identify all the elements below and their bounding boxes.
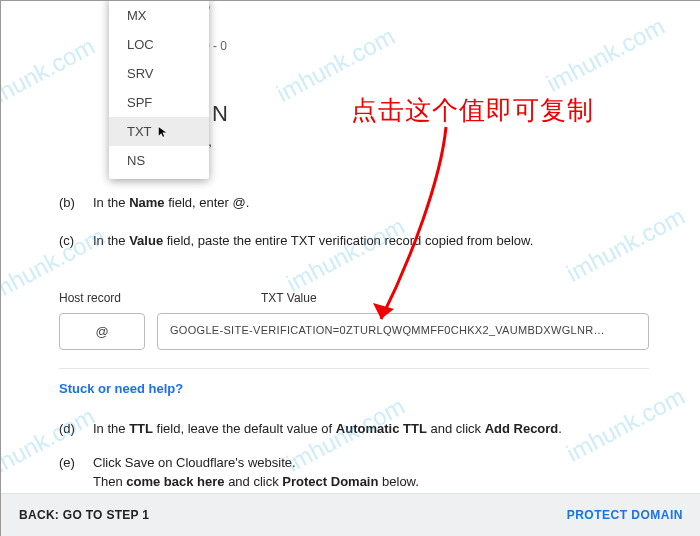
- watermark-text: imhunk.com: [0, 32, 99, 117]
- table-row: @ GOOGLE-SITE-VERIFICATION=0ZTURLQWQMMFF…: [59, 313, 649, 350]
- step-e-l2a: Then: [93, 474, 126, 489]
- step-b-label: (b): [59, 193, 93, 213]
- footer-bar: BACK: GO TO STEP 1 PROTECT DOMAIN: [1, 493, 700, 536]
- step-b-mid: field, enter @.: [165, 195, 250, 210]
- page-root: imhunk.com imhunk.com imhunk.com imhunk.…: [0, 0, 700, 536]
- watermark-text: imhunk.com: [542, 12, 669, 97]
- step-d-m1: field, leave the default value of: [153, 421, 336, 436]
- protect-domain-button[interactable]: PROTECT DOMAIN: [567, 508, 683, 522]
- step-d-prefix: In the: [93, 421, 129, 436]
- step-d-label: (d): [59, 419, 93, 439]
- step-d: (d) In the TTL field, leave the default …: [59, 419, 659, 439]
- cursor-icon: [157, 126, 169, 138]
- table-header: Host record TXT Value: [59, 291, 649, 305]
- step-c: (c) In the Value field, paste the entire…: [59, 231, 659, 251]
- step-c-text: In the Value field, paste the entire TXT…: [93, 231, 659, 251]
- step-b-text: In the Name field, enter @.: [93, 193, 659, 213]
- header-txt-value: TXT Value: [171, 291, 649, 305]
- step-e-b2: Protect Domain: [282, 474, 378, 489]
- step-d-m2: and click: [427, 421, 485, 436]
- step-c-bold: Value: [129, 233, 163, 248]
- help-link[interactable]: Stuck or need help?: [59, 381, 183, 396]
- dropdown-option-ns[interactable]: NS: [109, 146, 209, 175]
- step-d-text: In the TTL field, leave the default valu…: [93, 419, 659, 439]
- step-e-line1: Click Save on Cloudflare's website.: [93, 453, 659, 473]
- step-c-prefix: In the: [93, 233, 129, 248]
- dropdown-option-txt[interactable]: TXT: [109, 117, 209, 146]
- step-e: (e) Click Save on Cloudflare's website. …: [59, 453, 659, 492]
- step-e-label: (e): [59, 453, 93, 492]
- dropdown-option-srv[interactable]: SRV: [109, 59, 209, 88]
- step-e-text: Click Save on Cloudflare's website. Then…: [93, 453, 659, 492]
- step-d-b1: TTL: [129, 421, 153, 436]
- record-type-dropdown[interactable]: MX LOC SRV SPF TXT NS: [109, 0, 209, 179]
- steps-upper: (b) In the Name field, enter @. (c) In t…: [59, 193, 659, 268]
- step-c-label: (c): [59, 231, 93, 251]
- step-d-b2: Automatic TTL: [336, 421, 427, 436]
- back-button[interactable]: BACK: GO TO STEP 1: [19, 508, 149, 522]
- annotation-text: 点击这个值即可复制: [351, 93, 594, 128]
- step-e-l2c: below.: [378, 474, 418, 489]
- step-d-b3: Add Record: [485, 421, 559, 436]
- step-e-line2: Then come back here and click Protect Do…: [93, 472, 659, 492]
- divider: [59, 368, 649, 369]
- verification-record-section: Host record TXT Value @ GOOGLE-SITE-VERI…: [59, 291, 649, 396]
- step-e-l2b: and click: [225, 474, 283, 489]
- dropdown-option-txt-label: TXT: [127, 124, 151, 139]
- dropdown-option-mx[interactable]: MX: [109, 1, 209, 30]
- dropdown-option-spf[interactable]: SPF: [109, 88, 209, 117]
- step-c-rest: field, paste the entire TXT verification…: [163, 233, 533, 248]
- step-b-prefix: In the: [93, 195, 129, 210]
- dropdown-option-loc[interactable]: LOC: [109, 30, 209, 59]
- step-b: (b) In the Name field, enter @.: [59, 193, 659, 213]
- host-record-box[interactable]: @: [59, 313, 145, 350]
- step-b-bold: Name: [129, 195, 164, 210]
- step-d-end: .: [558, 421, 562, 436]
- txt-value-box[interactable]: GOOGLE-SITE-VERIFICATION=0ZTURLQWQMMFF0C…: [157, 313, 649, 350]
- step-e-b1: come back here: [126, 474, 224, 489]
- header-host-record: Host record: [59, 291, 171, 305]
